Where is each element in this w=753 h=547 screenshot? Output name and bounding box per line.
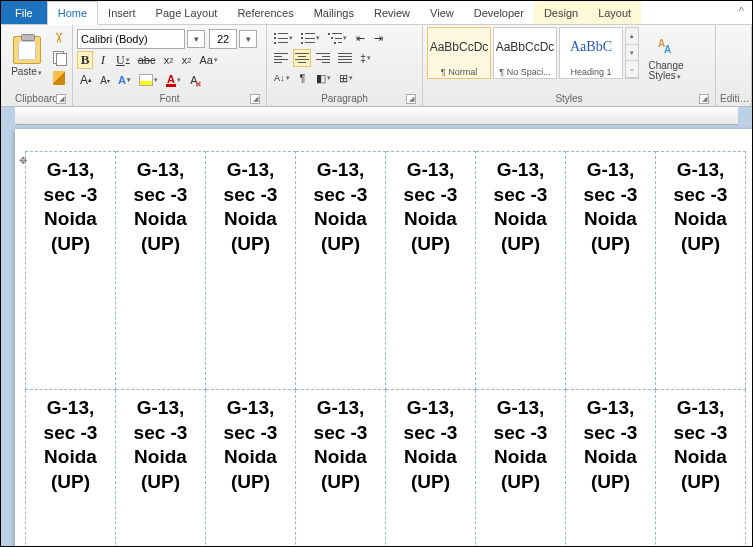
bullets-button[interactable]	[271, 29, 296, 47]
format-painter-button[interactable]	[50, 69, 68, 87]
multilevel-icon	[328, 33, 342, 44]
table-cell[interactable]: G-13,sec -3Noida(UP)	[296, 390, 386, 548]
style-item-2[interactable]: AaBbCHeading 1	[559, 27, 623, 79]
font-name-dropdown[interactable]: ▾	[187, 30, 205, 48]
align-center-button[interactable]	[293, 49, 311, 67]
clear-formatting-button[interactable]: A✖	[186, 71, 202, 89]
bold-button[interactable]: B	[77, 51, 93, 69]
tab-file[interactable]: File	[1, 1, 47, 24]
table-cell[interactable]: G-13,sec -3Noida(UP)	[206, 152, 296, 390]
align-right-icon	[316, 53, 330, 64]
align-right-button[interactable]	[313, 49, 333, 67]
sort-button[interactable]: A↓	[271, 69, 293, 87]
change-styles-label: Change Styles	[648, 61, 683, 81]
style-preview: AaBbCcDc	[494, 28, 556, 66]
decrease-indent-button[interactable]: ⇤	[352, 29, 368, 47]
font-name-input[interactable]	[77, 29, 185, 49]
justify-button[interactable]	[335, 49, 355, 67]
shrink-font-button[interactable]: A▾	[97, 71, 113, 89]
tab-review[interactable]: Review	[364, 1, 420, 24]
group-editing: Editi…	[716, 25, 752, 106]
font-color-button[interactable]: A	[163, 71, 184, 89]
change-case-button[interactable]: Aa	[196, 51, 220, 69]
table-cell[interactable]: G-13,sec -3Noida(UP)	[116, 390, 206, 548]
table-cell[interactable]: G-13,sec -3Noida(UP)	[26, 390, 116, 548]
strikethrough-button[interactable]: abc	[135, 51, 159, 69]
tab-developer[interactable]: Developer	[464, 1, 534, 24]
subscript-button[interactable]: x2	[160, 51, 176, 69]
styles-gallery-scroll: ▴ ▾ ⌄	[625, 27, 639, 79]
numbering-icon	[301, 33, 315, 44]
cut-button[interactable]: ✂	[50, 29, 68, 47]
gallery-down-button[interactable]: ▾	[626, 45, 638, 62]
document-area: ✥ G-13,sec -3Noida(UP)G-13,sec -3Noida(U…	[1, 107, 752, 547]
underline-button[interactable]: U	[113, 51, 133, 69]
table-cell[interactable]: G-13,sec -3Noida(UP)	[386, 390, 476, 548]
border-icon: ⊞	[339, 72, 348, 85]
gallery-up-button[interactable]: ▴	[626, 28, 638, 45]
paste-label: Paste	[11, 66, 42, 77]
label-table[interactable]: G-13,sec -3Noida(UP)G-13,sec -3Noida(UP)…	[25, 151, 746, 547]
paste-icon	[13, 36, 41, 64]
highlight-button[interactable]	[136, 71, 161, 89]
superscript-button[interactable]: x2	[178, 51, 194, 69]
italic-button[interactable]: I	[95, 51, 111, 69]
table-cell[interactable]: G-13,sec -3Noida(UP)	[656, 152, 746, 390]
font-size-dropdown[interactable]: ▾	[239, 30, 257, 48]
bullets-icon	[274, 33, 288, 44]
show-marks-button[interactable]: ¶	[295, 69, 311, 87]
scissors-icon: ✂	[51, 32, 67, 44]
tab-home[interactable]: Home	[47, 1, 98, 25]
align-left-icon	[274, 53, 288, 64]
style-item-0[interactable]: AaBbCcDc¶ Normal	[427, 27, 491, 79]
table-cell[interactable]: G-13,sec -3Noida(UP)	[26, 152, 116, 390]
paragraph-dialog-launcher[interactable]: ◢	[406, 94, 416, 104]
clipboard-group-label: Clipboard◢	[5, 91, 68, 106]
tab-mailings[interactable]: Mailings	[304, 1, 364, 24]
align-center-icon	[295, 53, 309, 64]
tab-view[interactable]: View	[420, 1, 464, 24]
page[interactable]: ✥ G-13,sec -3Noida(UP)G-13,sec -3Noida(U…	[15, 129, 752, 547]
clipboard-dialog-launcher[interactable]: ◢	[56, 94, 66, 104]
tab-design[interactable]: Design	[534, 1, 588, 24]
tab-insert[interactable]: Insert	[98, 1, 146, 24]
table-cell[interactable]: G-13,sec -3Noida(UP)	[476, 152, 566, 390]
borders-button[interactable]: ⊞	[336, 69, 356, 87]
collapse-ribbon-icon[interactable]: ^	[731, 1, 752, 24]
numbering-button[interactable]	[298, 29, 323, 47]
font-group-label: Font◢	[77, 91, 262, 106]
style-item-1[interactable]: AaBbCcDc¶ No Spaci...	[493, 27, 557, 79]
editing-group-label: Editi…	[720, 91, 747, 106]
styles-dialog-launcher[interactable]: ◢	[699, 94, 709, 104]
change-styles-button[interactable]: AA Change Styles	[641, 27, 691, 85]
tab-layout[interactable]: Layout	[588, 1, 641, 24]
table-cell[interactable]: G-13,sec -3Noida(UP)	[296, 152, 386, 390]
tab-page-layout[interactable]: Page Layout	[146, 1, 228, 24]
table-cell[interactable]: G-13,sec -3Noida(UP)	[116, 152, 206, 390]
table-cell[interactable]: G-13,sec -3Noida(UP)	[206, 390, 296, 548]
align-left-button[interactable]	[271, 49, 291, 67]
style-label: ¶ No Spaci...	[494, 66, 556, 78]
grow-font-button[interactable]: A▴	[77, 71, 95, 89]
gallery-more-button[interactable]: ⌄	[626, 61, 638, 78]
line-spacing-button[interactable]: ‡	[357, 49, 374, 67]
multilevel-button[interactable]	[325, 29, 350, 47]
text-effects-button[interactable]: A	[115, 71, 134, 89]
paste-button[interactable]: Paste	[5, 27, 48, 85]
tab-references[interactable]: References	[227, 1, 303, 24]
brush-icon	[53, 71, 65, 85]
table-cell[interactable]: G-13,sec -3Noida(UP)	[476, 390, 566, 548]
font-dialog-launcher[interactable]: ◢	[250, 94, 260, 104]
shading-button[interactable]: ◧	[313, 69, 334, 87]
copy-button[interactable]	[50, 49, 68, 67]
increase-indent-button[interactable]: ⇥	[370, 29, 386, 47]
font-size-input[interactable]	[209, 29, 237, 49]
horizontal-ruler[interactable]	[15, 107, 738, 125]
table-cell[interactable]: G-13,sec -3Noida(UP)	[566, 152, 656, 390]
table-cell[interactable]: G-13,sec -3Noida(UP)	[386, 152, 476, 390]
styles-group-label: Styles◢	[427, 91, 711, 106]
table-cell[interactable]: G-13,sec -3Noida(UP)	[656, 390, 746, 548]
table-move-handle-icon[interactable]: ✥	[19, 155, 27, 166]
table-cell[interactable]: G-13,sec -3Noida(UP)	[566, 390, 656, 548]
highlight-icon	[139, 74, 153, 86]
